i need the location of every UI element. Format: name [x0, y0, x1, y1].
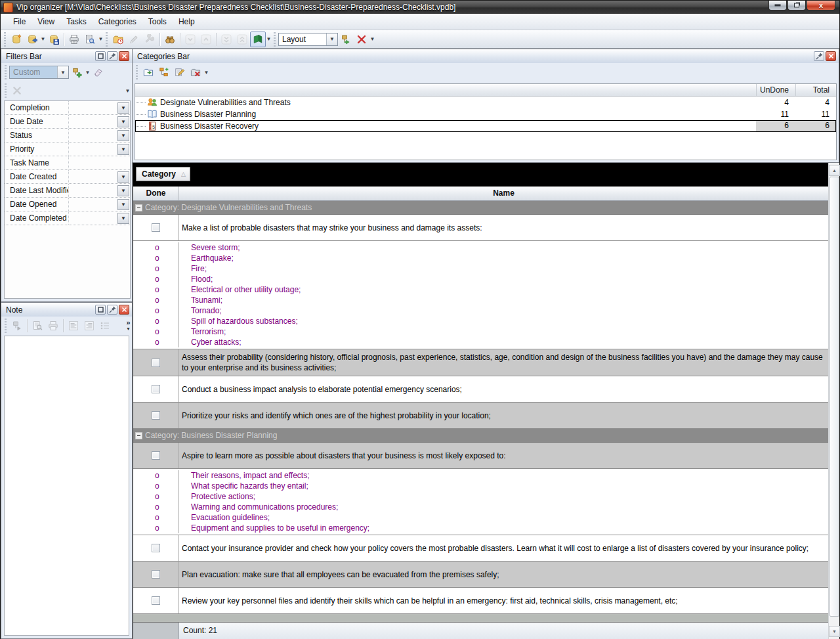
erase-filter-button[interactable] — [91, 64, 106, 80]
task-done-checkbox[interactable] — [152, 385, 160, 393]
vertical-scrollbar[interactable]: ▲ ▼ — [828, 163, 839, 639]
categories-close-button[interactable] — [826, 51, 836, 61]
collapse-icon[interactable] — [135, 432, 142, 439]
categories-toolbar-overflow-icon[interactable]: ▼ — [203, 70, 209, 76]
scroll-down-icon[interactable]: ▼ — [829, 626, 840, 637]
apply-layout-button[interactable] — [338, 32, 354, 47]
filter-row-date-last-modifie[interactable]: Date Last Modifie▼ — [5, 184, 130, 198]
new-database-button[interactable] — [9, 32, 24, 47]
delete-category-button[interactable] — [188, 64, 203, 80]
task-grid-footer: Count: 21 — [133, 622, 828, 639]
menu-tasks[interactable]: Tasks — [60, 15, 93, 28]
scroll-up-icon[interactable]: ▲ — [829, 165, 840, 176]
column-header-undone[interactable]: UnDone — [756, 84, 795, 96]
category-group-row[interactable]: Category: Business Disaster Planning — [133, 429, 828, 443]
edit-category-button[interactable] — [172, 64, 188, 80]
task-row[interactable]: Prioritize your risks and identify which… — [133, 403, 828, 429]
filter-row-status[interactable]: Status▼ — [5, 129, 130, 143]
filter-dropdown-icon[interactable]: ▼ — [117, 102, 129, 114]
task-row[interactable]: Contact your insurance provider and chec… — [133, 535, 828, 562]
filter-row-task-name[interactable]: Task Name — [5, 156, 130, 170]
minimize-button[interactable] — [768, 1, 787, 11]
task-done-checkbox[interactable] — [152, 411, 160, 420]
menu-tools[interactable]: Tools — [142, 15, 173, 28]
filter-dropdown-icon[interactable]: ▼ — [117, 213, 129, 224]
category-row[interactable]: Designate Vulnerabilities and Threats44 — [135, 97, 836, 108]
add-filter-button[interactable] — [69, 64, 85, 80]
new-subcategory-button[interactable] — [156, 64, 172, 80]
task-done-checkbox[interactable] — [152, 570, 160, 579]
find-button[interactable] — [162, 32, 178, 47]
filter-label: Date Created — [5, 170, 69, 183]
menu-file[interactable]: File — [7, 15, 32, 28]
column-header-name[interactable]: Name — [179, 187, 828, 200]
filter-dropdown-icon[interactable]: ▼ — [117, 199, 129, 210]
menu-view[interactable]: View — [32, 15, 60, 28]
filter-row-date-created[interactable]: Date Created▼ — [5, 170, 130, 184]
notebook-view-dropdown-icon[interactable]: ▼ — [266, 36, 272, 42]
task-done-checkbox[interactable] — [152, 359, 160, 367]
task-done-checkbox[interactable] — [152, 451, 160, 460]
layout-combobox[interactable]: Layout▼ — [278, 33, 338, 46]
print-preview-button[interactable] — [82, 32, 98, 47]
task-row[interactable]: Aspire to learn more as possible about d… — [133, 443, 828, 469]
layout-combobox-dropdown-icon[interactable]: ▼ — [326, 33, 337, 45]
delete-layout-button[interactable] — [354, 32, 369, 47]
filter-row-date-opened[interactable]: Date Opened▼ — [5, 198, 130, 211]
note-close-button[interactable] — [119, 305, 129, 315]
collapse-icon[interactable] — [135, 204, 142, 211]
task-done-checkbox[interactable] — [152, 596, 160, 605]
note-content[interactable] — [4, 336, 129, 636]
category-row[interactable]: 5Business Disaster Recovery66 — [135, 120, 836, 132]
filter-dropdown-icon[interactable]: ▼ — [117, 130, 129, 141]
task-done-checkbox[interactable] — [152, 223, 160, 232]
print-preview-dropdown-icon[interactable]: ▼ — [98, 36, 104, 42]
save-database-button[interactable] — [46, 32, 62, 47]
filter-row-priority[interactable]: Priority▼ — [5, 143, 130, 156]
category-row[interactable]: Business Disaster Planning1111 — [135, 108, 836, 120]
task-row[interactable]: Review your key personnel files and iden… — [133, 588, 828, 614]
filter-row-completion[interactable]: Completion▼ — [5, 101, 130, 115]
filter-dropdown-icon[interactable]: ▼ — [117, 116, 129, 127]
note-pin-button[interactable] — [107, 305, 117, 315]
filters-toolbar-overflow-icon[interactable]: ▼ — [125, 88, 131, 94]
column-header-category-name[interactable] — [135, 84, 756, 96]
menu-help[interactable]: Help — [173, 15, 201, 28]
filter-dropdown-icon[interactable]: ▼ — [117, 185, 129, 196]
task-row[interactable]: Make a list of probable disasters that m… — [133, 215, 828, 241]
filter-row-due-date[interactable]: Due Date▼ — [5, 115, 130, 129]
filter-dropdown-icon[interactable]: ▼ — [117, 171, 129, 183]
toolbar-overflow-icon[interactable]: ▼ — [369, 36, 375, 42]
notebook-view-button[interactable] — [250, 32, 266, 47]
note-toolbar-overflow-icon[interactable]: »▼ — [126, 320, 131, 332]
menu-categories[interactable]: Categories — [93, 15, 142, 28]
new-task-button[interactable] — [110, 32, 126, 47]
filter-dropdown-icon[interactable]: ▼ — [117, 144, 129, 155]
task-done-checkbox[interactable] — [152, 544, 160, 552]
task-row[interactable]: Conduct a business impact analysis to el… — [133, 376, 828, 403]
task-row[interactable]: Plan evacuation: make sure that all empl… — [133, 562, 828, 588]
note-restore-button[interactable] — [95, 305, 106, 315]
task-row[interactable]: Assess their probability (considering hi… — [133, 349, 828, 376]
column-header-done[interactable]: Done — [133, 187, 179, 200]
print-button[interactable] — [66, 32, 82, 47]
filters-restore-button[interactable] — [95, 51, 106, 61]
filter-value-cell[interactable] — [69, 156, 130, 169]
restore-button[interactable] — [788, 1, 806, 11]
filter-row-date-completed[interactable]: Date Completed▼ — [5, 211, 130, 225]
add-filter-dropdown-icon[interactable]: ▼ — [85, 70, 91, 76]
category-group-row[interactable]: Category: Designate Vulnerabilities and … — [133, 201, 828, 215]
open-database-dropdown-icon[interactable]: ▼ — [40, 36, 46, 42]
group-by-category-button[interactable]: Category △ — [136, 167, 190, 181]
categories-pin-button[interactable] — [814, 51, 824, 61]
close-button[interactable]: x — [807, 1, 835, 11]
filters-close-button[interactable] — [119, 51, 129, 61]
open-database-button[interactable] — [24, 32, 40, 47]
filter-preset-dropdown-icon[interactable]: ▼ — [57, 66, 68, 78]
done-cell — [133, 376, 179, 402]
filters-pin-button[interactable] — [107, 51, 117, 61]
column-header-total[interactable]: Total — [795, 84, 836, 96]
scrollbar-thumb[interactable] — [830, 177, 839, 617]
new-category-button[interactable] — [140, 64, 156, 80]
filter-preset-combobox[interactable]: Custom▼ — [9, 66, 69, 79]
